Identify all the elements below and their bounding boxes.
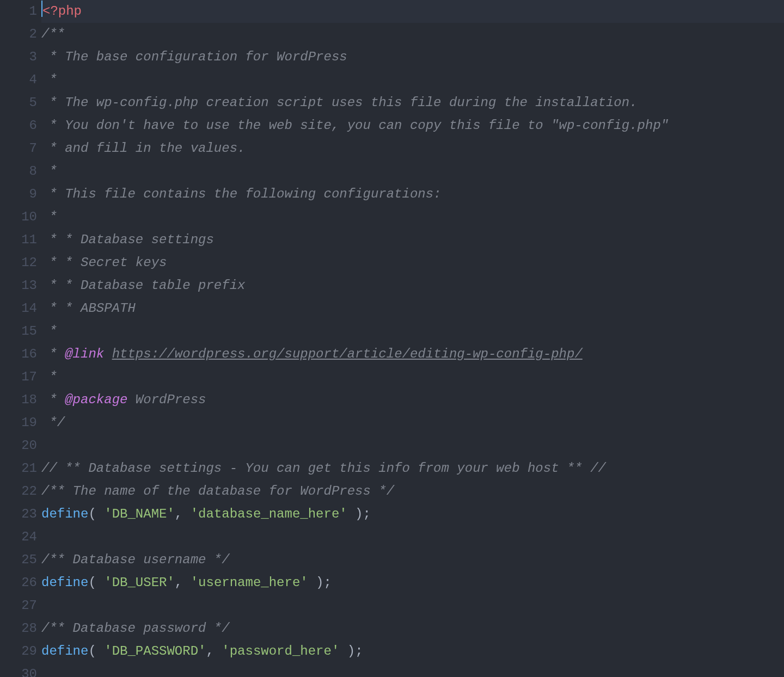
line-number: 4: [0, 69, 37, 91]
code-line[interactable]: * You don't have to use the web site, yo…: [41, 114, 784, 137]
line-number: 5: [0, 91, 37, 114]
token: *: [41, 370, 57, 384]
line-number: 11: [0, 229, 37, 251]
token: define: [41, 507, 88, 521]
code-line[interactable]: define( 'DB_USER', 'username_here' );: [41, 571, 784, 594]
token: /**: [41, 27, 65, 41]
code-line[interactable]: * The wp-config.php creation script uses…: [41, 91, 784, 114]
token: 'database_name_here': [191, 507, 347, 521]
line-number: 20: [0, 434, 37, 457]
code-line[interactable]: [41, 526, 784, 549]
token: * * Database table prefix: [41, 278, 245, 293]
code-line[interactable]: *: [41, 69, 784, 91]
token: // ** Database settings - You can get th…: [41, 461, 606, 476]
code-line[interactable]: * * Database settings: [41, 229, 784, 251]
code-line[interactable]: <?php: [41, 0, 784, 23]
code-line[interactable]: [41, 434, 784, 457]
line-number: 25: [0, 549, 37, 571]
line-number: 18: [0, 389, 37, 411]
line-number: 14: [0, 297, 37, 320]
code-line[interactable]: * * Secret keys: [41, 251, 784, 274]
line-number: 6: [0, 114, 37, 137]
token: 'username_here': [191, 575, 308, 590]
token: [104, 347, 112, 361]
code-line[interactable]: [41, 594, 784, 617]
token: (: [88, 507, 104, 521]
line-number: 13: [0, 274, 37, 297]
token: *: [41, 347, 65, 361]
line-number-gutter: 1234567891011121314151617181920212223242…: [0, 0, 41, 677]
line-number: 26: [0, 571, 37, 594]
code-line[interactable]: /** Database password */: [41, 617, 784, 640]
line-number: 12: [0, 251, 37, 274]
token: 'DB_USER': [104, 575, 175, 590]
token: WordPress: [127, 392, 206, 407]
token: define: [41, 575, 88, 590]
code-line[interactable]: * The base configuration for WordPress: [41, 46, 784, 69]
token: (: [88, 644, 104, 658]
line-number: 8: [0, 160, 37, 183]
token: ,: [175, 575, 191, 590]
token: * You don't have to use the web site, yo…: [41, 118, 669, 133]
token: *: [41, 72, 57, 87]
line-number: 23: [0, 503, 37, 526]
line-number: 15: [0, 320, 37, 343]
line-number: 28: [0, 617, 37, 640]
token: define: [41, 644, 88, 658]
line-number: 2: [0, 23, 37, 46]
token: *: [41, 324, 57, 338]
line-number: 27: [0, 594, 37, 617]
code-line[interactable]: */: [41, 411, 784, 434]
token: 'DB_NAME': [104, 507, 175, 521]
code-line[interactable]: define( 'DB_NAME', 'database_name_here' …: [41, 503, 784, 526]
code-line[interactable]: // ** Database settings - You can get th…: [41, 457, 784, 480]
code-line[interactable]: /** The name of the database for WordPre…: [41, 480, 784, 503]
line-number: 29: [0, 640, 37, 663]
token: * The wp-config.php creation script uses…: [41, 95, 638, 110]
token: /** Database password */: [41, 621, 230, 636]
code-line[interactable]: /** Database username */: [41, 549, 784, 571]
code-line[interactable]: *: [41, 320, 784, 343]
token: * * ABSPATH: [41, 301, 136, 316]
line-number: 16: [0, 343, 37, 366]
code-line[interactable]: * and fill in the values.: [41, 137, 784, 160]
token: * and fill in the values.: [41, 141, 245, 156]
token: /** Database username */: [41, 552, 230, 567]
token: https://wordpress.org/support/article/ed…: [112, 347, 583, 361]
token: */: [41, 415, 65, 430]
token: *: [41, 210, 57, 224]
code-line[interactable]: * * ABSPATH: [41, 297, 784, 320]
token: (: [88, 575, 104, 590]
token: *: [41, 164, 57, 179]
code-line[interactable]: * * Database table prefix: [41, 274, 784, 297]
line-number: 19: [0, 411, 37, 434]
token: 'DB_PASSWORD': [104, 644, 206, 658]
token: 'password_here': [222, 644, 339, 658]
token: );: [339, 644, 363, 658]
line-number: 24: [0, 526, 37, 549]
code-area[interactable]: <?php/** * The base configuration for Wo…: [41, 0, 784, 677]
token: * * Secret keys: [41, 255, 167, 270]
line-number: 1: [0, 0, 37, 23]
line-number: 17: [0, 366, 37, 389]
line-number: 22: [0, 480, 37, 503]
code-line[interactable]: *: [41, 366, 784, 389]
token: *: [41, 392, 65, 407]
code-editor[interactable]: 1234567891011121314151617181920212223242…: [0, 0, 784, 677]
token: @link: [65, 347, 104, 361]
code-line[interactable]: [41, 663, 784, 677]
line-number: 30: [0, 663, 37, 677]
token: * This file contains the following confi…: [41, 187, 442, 201]
line-number: 7: [0, 137, 37, 160]
code-line[interactable]: *: [41, 160, 784, 183]
code-line[interactable]: *: [41, 206, 784, 229]
token: /** The name of the database for WordPre…: [41, 484, 394, 498]
token: );: [347, 507, 371, 521]
token: ,: [175, 507, 191, 521]
code-line[interactable]: define( 'DB_PASSWORD', 'password_here' )…: [41, 640, 784, 663]
code-line[interactable]: * This file contains the following confi…: [41, 183, 784, 206]
code-line[interactable]: * @package WordPress: [41, 389, 784, 411]
code-line[interactable]: * @link https://wordpress.org/support/ar…: [41, 343, 784, 366]
code-line[interactable]: /**: [41, 23, 784, 46]
line-number: 10: [0, 206, 37, 229]
